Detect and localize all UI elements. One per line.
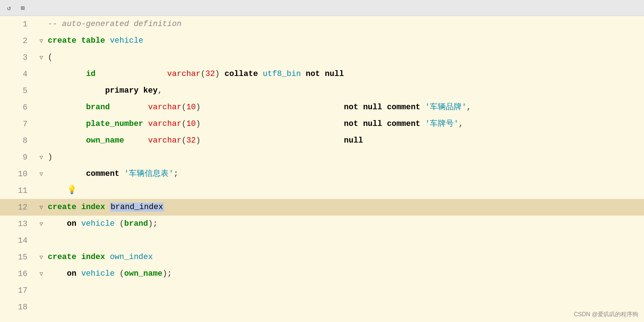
- code-line-7: 7 plate_number varchar(10) not null comm…: [0, 116, 644, 132]
- code-content: [46, 232, 644, 249]
- code-content: (: [46, 49, 644, 66]
- fold-icon[interactable]: ▽: [36, 204, 46, 211]
- code-line-3: 3 ▽ (: [0, 49, 644, 66]
- fold-icon[interactable]: ▽: [36, 220, 46, 228]
- code-content: [46, 299, 644, 315]
- line-number: 14: [0, 236, 36, 245]
- code-line-16: 16 ▽ on vehicle (own_name);: [0, 266, 644, 282]
- line-number: 5: [0, 86, 36, 96]
- code-content: brand varchar(10) not null comment '车辆品牌…: [46, 99, 644, 116]
- code-content: plate_number varchar(10) not null commen…: [46, 116, 644, 132]
- code-content: create table vehicle: [46, 33, 644, 49]
- fold-icon[interactable]: ▽: [36, 54, 46, 61]
- code-content: -- auto-generated definition: [46, 16, 644, 33]
- code-line-1: 1 -- auto-generated definition: [0, 16, 644, 33]
- fold-icon[interactable]: ▽: [36, 254, 46, 261]
- line-number: 10: [0, 170, 36, 179]
- fold-icon[interactable]: ▽: [36, 37, 46, 45]
- line-number: 16: [0, 270, 36, 279]
- grid-icon[interactable]: ⊞: [18, 3, 27, 13]
- code-line-6: 6 brand varchar(10) not null comment '车辆…: [0, 99, 644, 116]
- code-area: 1 -- auto-generated definition 2 ▽ creat…: [0, 16, 644, 322]
- line-number: 4: [0, 70, 36, 79]
- code-line-17: 17: [0, 282, 644, 299]
- fold-icon[interactable]: ▽: [36, 170, 46, 178]
- code-line-2: 2 ▽ create table vehicle: [0, 33, 644, 49]
- line-number: 12: [0, 203, 36, 212]
- code-content: ): [46, 149, 644, 166]
- toolbar: ↺ ⊞: [0, 0, 644, 16]
- line-number: 15: [0, 253, 36, 262]
- code-line-15: 15 ▽ create index own_index: [0, 249, 644, 266]
- line-number: 3: [0, 53, 36, 62]
- code-content: [46, 282, 644, 299]
- code-content: create index own_index: [46, 249, 644, 266]
- line-number: 6: [0, 103, 36, 112]
- line-number: 13: [0, 220, 36, 229]
- line-number: 8: [0, 136, 36, 145]
- line-number: 7: [0, 120, 36, 129]
- line-number: 18: [0, 303, 36, 312]
- code-content: 💡: [46, 182, 644, 199]
- code-line-8: 8 own_name varchar(32) null: [0, 132, 644, 149]
- line-number: 2: [0, 37, 36, 46]
- code-content: on vehicle (brand);: [46, 216, 644, 232]
- code-line-11: 11 💡: [0, 182, 644, 199]
- code-line-14: 14: [0, 232, 644, 249]
- refresh-icon[interactable]: ↺: [4, 3, 14, 13]
- code-line-4: 4 id varchar(32) collate utf8_bin not nu…: [0, 66, 644, 82]
- fold-icon[interactable]: ▽: [36, 154, 46, 161]
- code-content: primary key,: [46, 82, 644, 99]
- code-line-5: 5 primary key,: [0, 82, 644, 99]
- line-number: 17: [0, 286, 36, 295]
- watermark: CSDN @爱叽叽的程序狗: [574, 311, 638, 318]
- code-content: on vehicle (own_name);: [46, 266, 644, 282]
- code-line-10: 10 ▽ comment '车辆信息表';: [0, 166, 644, 182]
- line-number: 9: [0, 153, 36, 162]
- code-line-13: 13 ▽ on vehicle (brand);: [0, 216, 644, 232]
- code-line-12: 12 ▽ create index brand_index: [0, 199, 644, 216]
- fold-icon[interactable]: ▽: [36, 270, 46, 277]
- code-content: comment '车辆信息表';: [46, 166, 644, 182]
- code-content: create index brand_index: [46, 199, 644, 216]
- code-content: own_name varchar(32) null: [46, 132, 644, 149]
- code-line-9: 9 ▽ ): [0, 149, 644, 166]
- line-number: 1: [0, 20, 36, 29]
- code-content: id varchar(32) collate utf8_bin not null: [46, 66, 644, 82]
- code-line-18: 18: [0, 299, 644, 315]
- line-number: 11: [0, 186, 36, 195]
